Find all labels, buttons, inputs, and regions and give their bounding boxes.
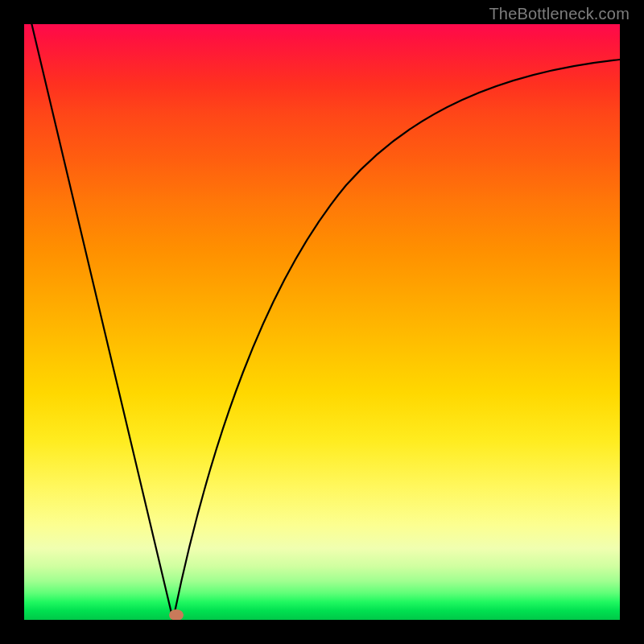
curve-layer — [24, 24, 620, 620]
plot-area — [24, 24, 620, 620]
watermark-text: TheBottleneck.com — [489, 5, 630, 23]
bottleneck-curve — [31, 24, 620, 620]
chart-frame: TheBottleneck.com — [0, 0, 644, 644]
